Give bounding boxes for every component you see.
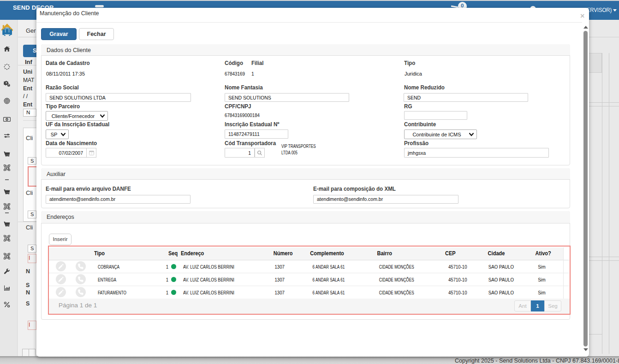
svg-text:7: 7 <box>90 152 92 155</box>
